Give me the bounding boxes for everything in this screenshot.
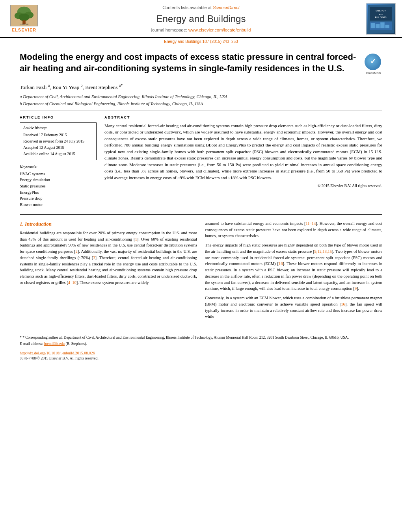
footer-doi[interactable]: http://dx.doi.org/10.1016/j.enbuild.2015… [20,350,382,356]
footer-issn: 0378-7788/© 2015 Elsevier B.V. All right… [20,356,382,361]
received-date: Received 17 February 2015 [23,132,93,138]
keyword-hvac: HVAC systems [20,171,97,177]
svg-text:BUILDINGS: BUILDINGS [375,16,387,19]
ref-4-10[interactable]: 4–10 [68,280,76,285]
sciencedirect-anchor[interactable]: ScienceDirect [213,5,240,10]
footnote-corresponding: * * Corresponding author at: Department … [20,335,382,340]
divider-after-affiliations [20,111,382,111]
keyword-energy-sim: Energy simulation [20,177,97,183]
main-right-column: assumed to have substantial energy and e… [205,221,382,323]
svg-rect-14 [376,24,380,28]
article-title-text: Modeling the energy and cost impacts of … [20,52,359,78]
intro-paragraph-1: Residential buildings are responsible fo… [20,230,197,286]
article-main-title: Modeling the energy and cost impacts of … [20,52,359,74]
main-article-columns: 1. Introduction Residential buildings ar… [20,221,382,323]
article-history-box: Article history: Received 17 February 20… [20,122,97,160]
intro-paragraph-2: assumed to have substantial energy and e… [205,221,382,239]
abstract-label: ABSTRACT [104,115,382,120]
keywords-section: Keywords: HVAC systems Energy simulation… [20,164,97,208]
elsevier-logo: ELSEVIER ELSEVIER [6,5,42,33]
journal-logo-right: ENERGY AND BUILDINGS [360,3,396,35]
article-body: Modeling the energy and cost impacts of … [0,46,402,331]
abstract-text: Many central residential forced-air heat… [104,122,382,181]
homepage-url[interactable]: www.elsevier.com/locate/enbuild [188,28,251,32]
svg-text:ELSEVIER: ELSEVIER [20,23,29,25]
article-info-abstract: ARTICLE INFO Article history: Received 1… [20,115,382,208]
homepage-link: journal homepage: www.elsevier.com/locat… [50,27,352,33]
section1-title: Introduction [25,221,52,227]
section1-heading: 1. Introduction [20,221,197,228]
intro-paragraph-4: Conversely, in a system with an ECM blow… [205,295,382,320]
doi-header-line: Energy and Buildings 107 (2015) 243–253 [0,38,402,46]
affiliation-b: b Department of Chemical and Biological … [20,101,382,107]
ref-1[interactable]: 1 [135,237,137,241]
section1-number: 1. [20,221,24,227]
footnote-email: E-mail address: brent@iit.edu (B. Stephe… [20,341,382,347]
affil-a-super: a [48,83,50,87]
main-left-column: 1. Introduction Residential buildings ar… [20,221,197,323]
divider-after-abstract [20,214,382,215]
keyword-energyplus: EnergyPlus [20,190,97,196]
journal-title-header: Energy and Buildings [50,12,352,26]
article-info-label: ARTICLE INFO [20,115,97,120]
keywords-label: Keywords: [20,164,97,170]
keyword-static-pressures: Static pressures [20,184,97,189]
affiliation-a: a Department of Civil, Architectural and… [20,94,382,100]
authors-line: Torkan Fazli a, Rou Yi Yeap b, Brent Ste… [20,83,382,91]
svg-rect-16 [385,25,389,28]
sciencedirect-link: Contents lists available at ScienceDirec… [50,5,352,11]
ref-9-15[interactable]: 9,12,13,15 [314,249,332,254]
copyright-line: © 2015 Elsevier B.V. All rights reserved… [104,183,382,189]
keyword-blower-motor: Blower motor [20,202,97,208]
journal-center-header: Contents lists available at ScienceDirec… [42,5,360,33]
crossmark-badge[interactable]: ✓ CrossMark [365,54,382,71]
email-link[interactable]: brent@iit.edu [44,342,65,346]
ref-9b[interactable]: 9 [355,286,357,291]
affil-b-super: b [81,83,83,87]
elsevier-tree-image: ELSEVIER [10,5,38,26]
ref-16[interactable]: 16 [279,261,283,266]
article-footer: * * Corresponding author at: Department … [0,331,402,363]
elsevier-wordmark: ELSEVIER [12,27,36,33]
left-column-info: ARTICLE INFO Article history: Received 1… [20,115,97,208]
svg-text:AND: AND [379,13,382,15]
accepted-date: Accepted 12 August 2015 [23,145,93,150]
corresponding-star: * [121,83,123,87]
right-column-abstract: ABSTRACT Many central residential forced… [104,115,382,208]
svg-text:ENERGY: ENERGY [376,9,386,12]
keyword-pressure-drop: Pressure drop [20,196,97,202]
article-title-section: Modeling the energy and cost impacts of … [20,50,382,78]
available-date: Available online 14 August 2015 [23,151,93,157]
intro-paragraph-3: The energy impacts of high static pressu… [205,242,382,292]
svg-rect-13 [371,23,375,28]
crossmark-icon: ✓ [365,54,381,70]
ref-16b[interactable]: 16 [341,302,345,306]
journal-header: ELSEVIER ELSEVIER Contents lists availab… [0,0,402,38]
ref-2[interactable]: 2 [76,249,78,254]
ref-11-14[interactable]: 11–14 [305,221,316,226]
ref-3[interactable]: 3 [93,256,95,260]
svg-point-4 [19,13,30,21]
journal-logo-image: ENERGY AND BUILDINGS [366,3,396,35]
revised-date: Received in revised form 24 July 2015 [23,139,93,144]
article-history-heading: Article history: [23,125,93,131]
svg-rect-15 [380,22,385,28]
